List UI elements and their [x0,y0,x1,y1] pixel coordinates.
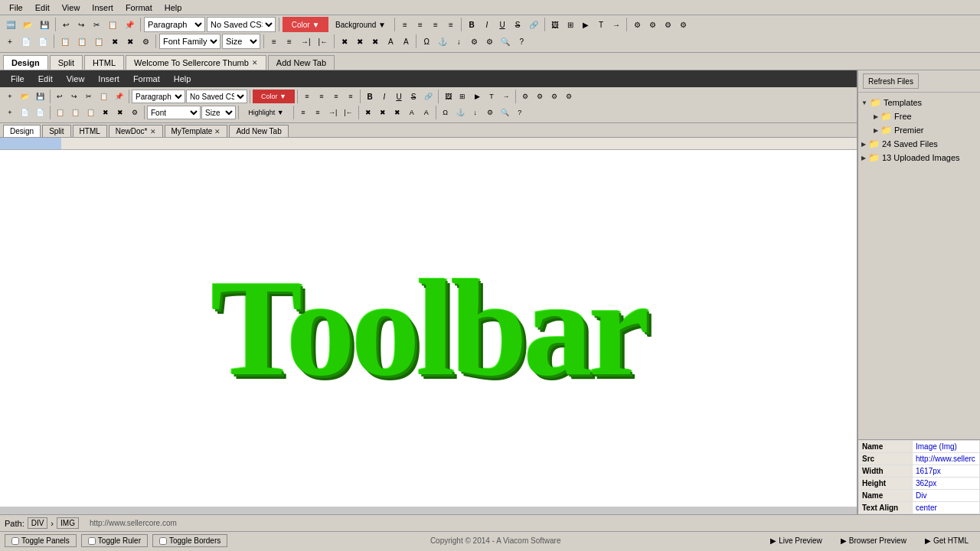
more-btn3[interactable]: ⚙ [661,17,675,32]
tab-welcome[interactable]: Welcome To Sellercore Thumb ✕ [126,55,266,70]
indent-in-btn[interactable]: →| [298,34,314,49]
tab-html[interactable]: HTML [84,55,124,70]
in-indin-btn[interactable]: →| [325,105,340,120]
in-extra3[interactable]: ⚙ [547,89,561,104]
in-color-btn[interactable]: Color ▼ [253,90,295,103]
tb2-btn7[interactable]: ✖ [108,34,122,49]
live-preview-button[interactable]: ▶ Live Preview [763,534,829,547]
background-btn[interactable]: Background ▼ [330,17,391,32]
align-right-btn[interactable]: ≡ [429,17,443,32]
toggle-borders-button[interactable]: Toggle Borders [152,534,227,547]
in-aj-btn[interactable]: ≡ [344,89,358,104]
in-extra1[interactable]: ⚙ [518,89,532,104]
arrow-btn[interactable]: → [609,17,623,32]
inner-menu-view[interactable]: View [60,73,91,85]
more-btn2[interactable]: ⚙ [645,17,659,32]
special2-btn5[interactable]: A [399,34,413,49]
inner-tab-html[interactable]: HTML [73,125,107,137]
tree-item-free[interactable]: ▶ 📁 Free [861,109,977,123]
right-tb3[interactable]: ↓ [452,34,466,49]
inner-tab-mytemplate[interactable]: MyTemplate ✕ [165,125,228,137]
in2-x2[interactable]: ✖ [376,105,390,120]
strikethrough-btn[interactable]: S [511,17,524,32]
inner-tab-addnew[interactable]: Add New Tab [229,125,288,137]
inner-tab-newdoc[interactable]: NewDoc* ✕ [109,125,163,137]
in-paste-btn[interactable]: 📌 [112,89,126,104]
tree-item-saved[interactable]: ▶ 📁 24 Saved Files [861,137,977,151]
right-tb5[interactable]: ⚙ [482,34,496,49]
special-btn[interactable]: T [594,17,608,32]
menu-file[interactable]: File [3,2,29,14]
in2-a2[interactable]: A [420,105,433,120]
tb2-btn9[interactable]: ⚙ [139,34,152,49]
in-tbl-btn[interactable]: ⊞ [456,89,469,104]
browser-preview-button[interactable]: ▶ Browser Preview [834,534,913,547]
in2-x3[interactable]: ✖ [390,105,404,120]
path-tag-div[interactable]: DIV [28,517,48,529]
align-center-btn[interactable]: ≡ [413,17,427,32]
tab-split[interactable]: Split [50,55,83,70]
toggle-ruler-button[interactable]: Toggle Ruler [81,534,148,547]
in2-btn5[interactable]: 📋 [68,105,83,120]
in-T-btn[interactable]: T [485,89,498,104]
table-btn[interactable]: ⊞ [564,17,577,32]
tb2-btn5[interactable]: 📋 [74,34,90,49]
in-size-select[interactable]: Size [201,106,236,119]
tb2-btn3[interactable]: 📄 [35,34,51,49]
inner-menu-help[interactable]: Help [168,73,198,85]
in-gear1-btn[interactable]: ⚙ [483,105,497,120]
align-left-btn[interactable]: ≡ [398,17,412,32]
in2-btn7[interactable]: ✖ [99,105,113,120]
tb2-btn2[interactable]: 📄 [18,34,34,49]
in-gear2-btn[interactable]: 🔍 [498,105,512,120]
cut-btn[interactable]: ✂ [90,17,103,32]
in-anchor-btn[interactable]: ⚓ [453,105,468,120]
align-justify-btn[interactable]: ≡ [444,17,458,32]
indent-out-btn[interactable]: |← [315,34,332,49]
in-omega-btn[interactable]: Ω [439,105,452,120]
inner-menu-file[interactable]: File [5,73,31,85]
in-italic-btn[interactable]: I [377,89,391,104]
toggle-borders-checkbox[interactable] [159,537,167,545]
bold-btn[interactable]: B [465,17,479,32]
in2-btn3[interactable]: 📄 [33,105,47,120]
redo-btn[interactable]: ↪ [74,17,88,32]
right-tb7[interactable]: ? [514,34,528,49]
in-redo-btn[interactable]: ↪ [67,89,81,104]
color-btn[interactable]: Color ▼ [283,17,328,32]
inner-tab-split[interactable]: Split [42,125,70,137]
tree-item-templates[interactable]: ▼ 📁 Templates [861,96,977,109]
tab-add-new[interactable]: Add New Tab [268,55,335,70]
right-tb4[interactable]: ⚙ [467,34,481,49]
in-new-btn[interactable]: + [3,89,17,104]
refresh-files-button[interactable]: Refresh Files [863,73,919,89]
tab-welcome-close[interactable]: ✕ [252,59,258,67]
special2-btn2[interactable]: ✖ [353,34,367,49]
in-highlight-btn[interactable]: Highlight ▼ [241,106,291,119]
in-al-btn[interactable]: ≡ [300,89,314,104]
save-btn[interactable]: 💾 [37,17,52,32]
path-tag-img[interactable]: IMG [57,517,79,529]
right-tb1[interactable]: Ω [420,34,433,49]
toggle-panels-checkbox[interactable] [11,537,19,545]
css-select[interactable]: No Saved CSS [207,17,276,32]
in-img-btn[interactable]: 🖼 [441,89,455,104]
menu-edit[interactable]: Edit [29,2,56,14]
inner-menu-format[interactable]: Format [127,73,166,85]
in-bold-btn[interactable]: B [363,89,377,104]
in-help-btn[interactable]: ? [513,105,527,120]
tb2-btn4[interactable]: 📋 [57,34,73,49]
in-undo-btn[interactable]: ↩ [53,89,67,104]
in2-a1[interactable]: A [405,105,419,120]
in-down-btn[interactable]: ↓ [469,105,482,120]
italic-btn[interactable]: I [480,17,494,32]
in-underline-btn[interactable]: U [392,89,406,104]
in2-x1[interactable]: ✖ [361,105,375,120]
image-btn[interactable]: 🖼 [548,17,562,32]
list-ul-btn[interactable]: ≡ [267,34,281,49]
special2-btn4[interactable]: A [384,34,397,49]
in-open-btn[interactable]: 📂 [18,89,32,104]
inner-menu-insert[interactable]: Insert [92,73,126,85]
in-arr-btn[interactable]: → [499,89,513,104]
tab-design[interactable]: Design [3,55,48,70]
